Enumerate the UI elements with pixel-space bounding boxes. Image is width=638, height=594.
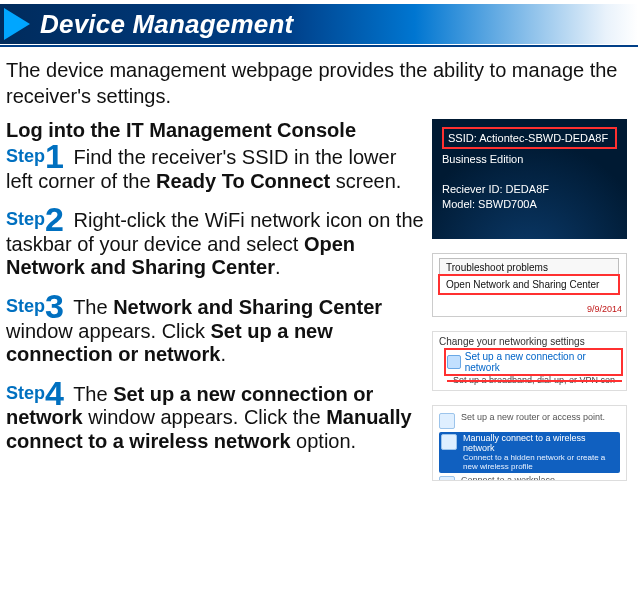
model-value: SBWD700A [478,198,537,210]
step-text-mid: window appears. Click the [83,406,326,428]
wizard-option-manual-title: Manually connect to a wireless network [463,433,586,453]
wizard-option-router[interactable]: Set up a new router or access point. [439,413,620,429]
step-1: Step1 Find the receiver's SSID in the lo… [6,146,424,193]
step-3: Step3 The Network and Sharing Cen­ter wi… [6,296,424,367]
networking-settings-header: Change your networking settings [439,336,620,347]
context-menu-item-open-network-sharing[interactable]: Open Network and Sharing Center [440,276,618,293]
step-text-post: screen. [330,170,401,192]
receiver-id-label: Reciever ID: [442,183,503,195]
subsection-heading: Log into the IT Management Console [6,119,424,142]
section-banner: Device Management [0,4,638,44]
step-4: Step4 The Set up a new connection or net… [6,383,424,454]
wizard-option-manual-wireless[interactable]: Manually connect to a wireless network C… [439,432,620,473]
taskbar-date: 9/9/2014 [587,304,622,314]
screenshot-receiver-info: SSID: Actiontec-SBWD-DEDA8F Business Edi… [432,119,627,239]
screenshot-setup-wizard: Set up a new router or access point. Man… [432,405,627,481]
router-icon [439,413,455,429]
wizard-option-workplace-text: Connect to a workplace [461,476,555,481]
step-label: Step [6,209,45,229]
step-text-pre: The [68,383,113,405]
setup-connection-link: Set up a new connection or network [465,351,620,373]
setup-connection-subtext: Set up a broadband, dial-up, or VPN con [453,375,620,385]
ssid-value: Actiontec-SBWD-DEDA8F [479,132,608,144]
banner-arrow-icon [4,8,30,40]
context-menu: Troubleshoot problems Open Network and S… [439,258,619,294]
model-label: Model: [442,198,475,210]
step-text-bold: Network and Sharing Cen­ter [113,296,382,318]
step-text-mid: window appears. Click [6,320,211,342]
receiver-id-row: Reciever ID: DEDA8F [442,183,617,195]
step-number: 2 [45,200,64,238]
ssid-label: SSID: [448,132,477,144]
wizard-option-workplace[interactable]: Connect to a workplace [439,476,620,481]
receiver-id-value: DEDA8F [506,183,549,195]
step-text-post: . [275,256,281,278]
step-number: 3 [45,287,64,325]
step-text-pre: Right-click the WiFi network icon on the… [6,209,424,255]
wireless-icon [441,434,457,450]
wizard-option-manual-text: Manually connect to a wireless network C… [463,434,618,471]
step-text-bold: Ready To Con­nect [156,170,330,192]
edition-label: Business Edition [442,153,617,165]
step-text-pre: The [68,296,113,318]
wizard-option-router-text: Set up a new router or access point. [461,413,605,423]
setup-connection-link-row[interactable]: Set up a new connection or network [447,351,620,373]
step-number: 4 [45,374,64,412]
workplace-icon [439,476,455,481]
step-text-post: . [220,343,226,365]
step-label: Step [6,383,45,403]
wizard-option-manual-sub: Connect to a hidden network or create a … [463,454,618,472]
screenshot-networking-settings: Change your networking settings Set up a… [432,331,627,391]
step-label: Step [6,296,45,316]
step-text-post: option. [291,430,357,452]
connection-icon [447,355,461,369]
context-menu-item-troubleshoot[interactable]: Troubleshoot problems [440,259,618,276]
banner-underline [0,45,638,47]
model-row: Model: SBWD700A [442,198,617,210]
step-label: Step [6,146,45,166]
banner-title: Device Management [40,9,293,40]
ssid-highlight-box: SSID: Actiontec-SBWD-DEDA8F [442,127,617,149]
step-number: 1 [45,137,64,175]
screenshot-context-menu: Troubleshoot problems Open Network and S… [432,253,627,317]
step-2: Step2 Right-click the WiFi network icon … [6,209,424,280]
intro-paragraph: The device management webpage provides t… [6,57,632,109]
